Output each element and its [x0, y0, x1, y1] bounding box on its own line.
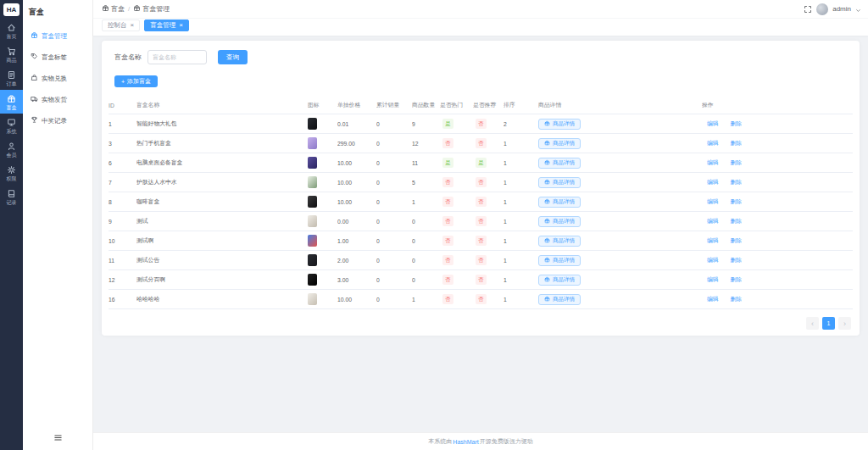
cell-recommend: 否	[473, 173, 504, 192]
breadcrumb-label: 盲盒管理	[142, 4, 170, 14]
product-thumbnail	[308, 293, 317, 305]
close-icon[interactable]: ×	[131, 22, 135, 29]
product-detail-button[interactable]: 商品详情	[538, 255, 581, 266]
tab[interactable]: 盲盒管理 ×	[144, 19, 189, 31]
edit-link[interactable]: 编辑	[707, 198, 719, 204]
product-detail-button[interactable]: 商品详情	[538, 197, 581, 208]
delete-link[interactable]: 删除	[730, 237, 742, 243]
edit-link[interactable]: 编辑	[707, 218, 719, 224]
username[interactable]: admin	[832, 5, 851, 13]
edit-link[interactable]: 编辑	[707, 140, 719, 146]
avatar[interactable]	[816, 3, 828, 15]
cell-name: 咖啡盲盒	[136, 192, 308, 212]
hot-badge: 是	[442, 119, 453, 129]
delete-link[interactable]: 删除	[730, 140, 742, 146]
delete-link[interactable]: 删除	[730, 218, 742, 224]
product-detail-button[interactable]: 商品详情	[538, 138, 581, 149]
search-row: 盲盒名称 查询	[108, 47, 853, 64]
rail-item[interactable]: 会员	[0, 137, 23, 161]
rail-item[interactable]: 权限	[0, 161, 23, 185]
product-thumbnail	[308, 274, 317, 286]
delete-link[interactable]: 删除	[730, 179, 742, 185]
collapse-sidebar-button[interactable]	[23, 431, 92, 446]
fullscreen-icon[interactable]	[804, 2, 812, 17]
cell-id: 3	[108, 134, 136, 153]
sidebar-item[interactable]: 实物兑换	[23, 68, 92, 89]
gear-icon	[7, 165, 16, 175]
topbar: 盲盒 / 盲盒管理 admin	[93, 0, 868, 19]
cell-recommend: 否	[473, 114, 504, 134]
chevron-down-icon[interactable]	[855, 2, 861, 17]
cell-name: 测试	[136, 212, 308, 231]
add-blindbox-button[interactable]: + 添加盲盒	[114, 75, 158, 87]
rail-item[interactable]: 商品	[0, 42, 23, 66]
product-detail-button[interactable]: 商品详情	[538, 119, 581, 130]
edit-link[interactable]: 编辑	[707, 296, 719, 302]
cell-icon	[308, 290, 337, 309]
edit-link[interactable]: 编辑	[707, 257, 719, 263]
rail-item[interactable]: 盲盒	[0, 90, 23, 114]
cell-hot: 否	[440, 212, 473, 231]
cell-goods-count: 0	[412, 270, 440, 290]
sidebar-nav: 盲盒管理 盲盒标签 实物兑换 实物发货 中奖记录	[23, 25, 92, 131]
order-icon	[7, 70, 16, 80]
rail-item[interactable]: 记录	[0, 185, 23, 208]
delete-link[interactable]: 删除	[730, 276, 742, 282]
box-icon	[544, 120, 550, 127]
product-detail-button[interactable]: 商品详情	[538, 177, 581, 188]
column-header: 排序	[504, 97, 538, 114]
edit-link[interactable]: 编辑	[707, 159, 719, 165]
cell-detail: 商品详情	[538, 134, 702, 153]
sidebar-item[interactable]: 中奖记录	[23, 110, 92, 131]
edit-link[interactable]: 编辑	[707, 276, 719, 282]
rail-item[interactable]: 订单	[0, 66, 23, 90]
edit-link[interactable]: 编辑	[707, 120, 719, 126]
delete-link[interactable]: 删除	[730, 296, 742, 302]
query-button[interactable]: 查询	[218, 50, 248, 64]
next-page-button[interactable]: ›	[838, 317, 851, 330]
prev-page-button[interactable]: ‹	[806, 317, 819, 330]
footer-text: 开源免费版强力驱动	[480, 437, 533, 446]
cell-goods-count: 5	[412, 173, 440, 192]
delete-link[interactable]: 删除	[730, 120, 742, 126]
breadcrumb-item[interactable]: 盲盒管理	[133, 4, 170, 14]
close-icon[interactable]: ×	[179, 22, 183, 29]
product-detail-button[interactable]: 商品详情	[538, 294, 581, 305]
rail-item[interactable]: 首页	[0, 19, 23, 42]
delete-link[interactable]: 删除	[730, 257, 742, 263]
cell-goods-count: 1	[412, 192, 440, 212]
delete-link[interactable]: 删除	[730, 198, 742, 204]
cell-detail: 商品详情	[538, 270, 702, 290]
app-logo[interactable]: HA	[3, 3, 19, 16]
app-window: HA 首页 商品 订单 盲盒 系统 会员 权限 记录 盲盒 盲盒管理 盲盒标签 …	[0, 0, 868, 450]
recommend-badge: 否	[476, 138, 487, 148]
cell-name: 测试分百啊	[136, 270, 308, 290]
sidebar-item[interactable]: 实物发货	[23, 89, 92, 110]
rail-item[interactable]: 系统	[0, 114, 23, 137]
edit-link[interactable]: 编辑	[707, 179, 719, 185]
page-number-button[interactable]: 1	[822, 317, 835, 330]
delete-link[interactable]: 删除	[730, 159, 742, 165]
product-detail-button[interactable]: 商品详情	[538, 236, 581, 247]
search-input[interactable]	[147, 50, 207, 64]
table-row: 8 咖啡盲盒 10.00 0 1 否 否 1 商品详情 编辑 删除	[108, 192, 853, 212]
cell-sort: 1	[504, 173, 538, 192]
hot-badge: 否	[442, 255, 453, 265]
product-detail-button[interactable]: 商品详情	[538, 275, 581, 286]
hot-badge: 否	[442, 236, 453, 246]
edit-link[interactable]: 编辑	[707, 237, 719, 243]
cell-goods-count: 1	[412, 290, 440, 309]
table-row: 16 哈哈哈哈 10.00 0 1 否 否 1 商品详情 编辑 删除	[108, 290, 853, 309]
product-detail-button[interactable]: 商品详情	[538, 158, 581, 169]
sidebar-item-label: 中奖记录	[42, 117, 67, 125]
tab[interactable]: 控制台 ×	[102, 19, 140, 31]
add-blindbox-label: 添加盲盒	[127, 77, 151, 86]
column-header: 单抽价格	[337, 97, 376, 114]
product-detail-button[interactable]: 商品详情	[538, 216, 581, 227]
breadcrumb-item[interactable]: 盲盒	[102, 4, 125, 14]
footer-brand-link[interactable]: HashMart	[453, 439, 478, 445]
cell-detail: 商品详情	[538, 251, 702, 270]
sidebar-item[interactable]: 盲盒标签	[23, 47, 92, 68]
product-thumbnail	[308, 235, 317, 247]
sidebar-item[interactable]: 盲盒管理	[23, 25, 92, 47]
